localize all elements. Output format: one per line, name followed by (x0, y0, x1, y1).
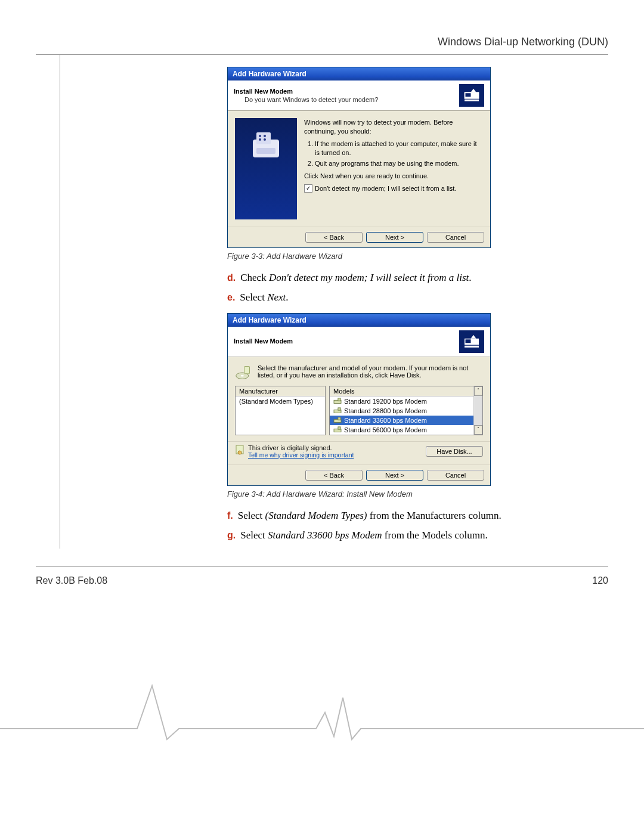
next-button[interactable]: Next > (366, 232, 423, 243)
model-item[interactable]: Standard 19200 bps Modem (330, 397, 474, 406)
svg-point-8 (264, 138, 266, 141)
wizard-header-title: Install New Modem (234, 88, 378, 95)
driver-signing-link[interactable]: Tell me why driver signing is important (248, 451, 354, 459)
scroll-up-icon[interactable]: ˄ (474, 386, 482, 396)
svg-point-14 (241, 375, 244, 377)
svg-rect-15 (244, 366, 250, 373)
window-titlebar: Add Hardware Wizard (228, 67, 490, 80)
wizard-step-2: Quit any programs that may be using the … (315, 159, 483, 168)
left-gutter (36, 55, 60, 549)
wizard-window-2: Add Hardware Wizard Install New Modem (227, 313, 491, 486)
model-item-selected[interactable]: Standard 33600 bps Modem (330, 416, 474, 425)
manufacturer-header: Manufacturer (236, 386, 325, 397)
dont-detect-checkbox[interactable]: ✓ (304, 184, 312, 193)
doc-step-e: e.Select Next. (227, 291, 608, 305)
svg-rect-19 (338, 408, 340, 410)
footer-left: Rev 3.0B Feb.08 (36, 575, 107, 586)
wizard-window-1: Add Hardware Wizard Install New Modem Do… (227, 67, 491, 248)
wizard-header-sub: Do you want Windows to detect your modem… (244, 96, 378, 103)
svg-rect-17 (338, 398, 340, 401)
svg-rect-1 (466, 93, 471, 97)
next-button[interactable]: Next > (366, 470, 423, 481)
signed-cert-icon (235, 444, 244, 456)
models-scrollbar[interactable]: ˄ ˅ (473, 386, 482, 435)
window-titlebar: Add Hardware Wizard (228, 314, 490, 327)
have-disk-button[interactable]: Have Disk... (426, 446, 483, 457)
models-listbox[interactable]: Models Standard 19200 bps Modem Standard… (329, 386, 483, 435)
wizard-header-title: Install New Modem (234, 337, 293, 345)
svg-rect-4 (256, 132, 271, 144)
back-button[interactable]: < Back (305, 470, 363, 481)
cancel-button[interactable]: Cancel (427, 232, 484, 243)
wizard-instruction-text: Select the manufacturer and model of you… (258, 364, 483, 381)
figure-caption-2: Figure 3-4: Add Hardware Wizard: Install… (227, 490, 608, 498)
doc-step-d: d.Check Don't detect my modem; I will se… (227, 271, 608, 285)
models-header: Models (330, 386, 482, 397)
svg-rect-12 (465, 346, 479, 348)
wizard-sidebar-illustration (235, 118, 297, 219)
install-disk-icon (235, 364, 252, 381)
heartbeat-graphic (0, 662, 644, 745)
svg-point-25 (238, 451, 242, 454)
manufacturer-listbox[interactable]: Manufacturer (Standard Modem Types) (235, 386, 326, 435)
cancel-button[interactable]: Cancel (427, 470, 484, 481)
wizard-intro-text: Windows will now try to detect your mode… (304, 118, 483, 136)
wizard-step-1: If the modem is attached to your compute… (315, 140, 483, 157)
scroll-down-icon[interactable]: ˅ (474, 425, 482, 435)
model-item[interactable]: Standard 28800 bps Modem (330, 406, 474, 416)
svg-point-5 (259, 135, 261, 137)
signed-text: This driver is digitally signed. (248, 444, 354, 451)
manufacturer-item[interactable]: (Standard Modem Types) (236, 397, 325, 406)
wizard-continue-text: Click Next when you are ready to continu… (304, 172, 483, 181)
footer-rule (36, 566, 608, 567)
footer-page-number: 120 (592, 575, 608, 586)
dont-detect-label: Don't detect my modem; I will select it … (315, 184, 456, 193)
model-item[interactable]: Standard 56000 bps Modem (330, 425, 474, 435)
svg-rect-11 (466, 339, 471, 343)
svg-rect-21 (338, 417, 340, 420)
modem-hardware-icon (459, 330, 484, 353)
figure-caption-1: Figure 3-3: Add Hardware Wizard (227, 252, 608, 261)
page-header: Windows Dial-up Networking (DUN) (36, 36, 608, 48)
svg-rect-9 (256, 148, 275, 154)
modem-hardware-icon (459, 84, 484, 107)
svg-point-6 (264, 135, 266, 137)
svg-point-7 (259, 138, 261, 141)
svg-rect-2 (465, 100, 479, 101)
doc-step-g: g.Select Standard 33600 bps Modem from t… (227, 529, 608, 543)
svg-rect-23 (338, 427, 340, 429)
doc-step-f: f.Select (Standard Modem Types) from the… (227, 509, 608, 523)
back-button[interactable]: < Back (305, 232, 363, 243)
